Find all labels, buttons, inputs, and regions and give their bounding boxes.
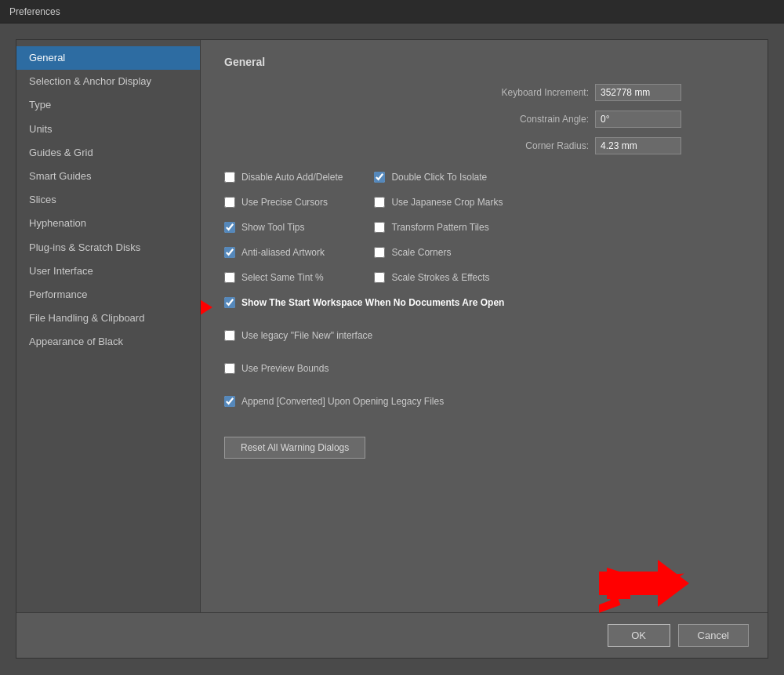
sidebar-item-hyphenation[interactable]: Hyphenation — [16, 212, 200, 235]
full-checkbox-input-1[interactable] — [224, 330, 235, 341]
full-checkbox-1[interactable]: Use legacy "File New" interface — [224, 327, 744, 344]
checkbox-left-0[interactable]: Disable Auto Add/Delete — [224, 169, 343, 186]
checkbox-right-input-2[interactable] — [374, 222, 385, 233]
checkbox-col-right: Double Click To IsolateUse Japanese Crop… — [374, 169, 503, 286]
panel-title: General — [224, 56, 744, 68]
cancel-button[interactable]: Cancel — [678, 624, 749, 647]
reset-all-warning-dialogs-button[interactable]: Reset All Warning Dialogs — [224, 437, 365, 459]
checkboxes-area: Disable Auto Add/DeleteUse Precise Curso… — [224, 169, 744, 286]
sidebar-item-type[interactable]: Type — [16, 93, 200, 117]
checkbox-right-0[interactable]: Double Click To Isolate — [374, 169, 503, 186]
corner-radius-row: Corner Radius: — [224, 137, 744, 154]
title-bar: Preferences — [0, 0, 784, 24]
sidebar-item-performance[interactable]: Performance — [16, 283, 200, 307]
sidebar-item-plug-ins---scratch-disks[interactable]: Plug-ins & Scratch Disks — [16, 236, 200, 259]
preferences-dialog: GeneralSelection & Anchor DisplayTypeUni… — [16, 39, 768, 659]
full-checkbox-input-3[interactable] — [224, 396, 235, 407]
arrow-left-indicator — [201, 288, 212, 327]
checkbox-right-4[interactable]: Scale Strokes & Effects — [374, 269, 503, 286]
checkbox-left-4[interactable]: Select Same Tint % — [224, 269, 343, 286]
sidebar-item-selection---anchor-display[interactable]: Selection & Anchor Display — [16, 70, 200, 93]
checkbox-left-input-0[interactable] — [224, 172, 235, 183]
checkbox-right-input-4[interactable] — [374, 272, 385, 283]
dialog-content: GeneralSelection & Anchor DisplayTypeUni… — [16, 40, 768, 612]
sidebar-item-general[interactable]: General — [16, 46, 200, 70]
sidebar-item-guides---grid[interactable]: Guides & Grid — [16, 141, 200, 165]
sidebar-item-units[interactable]: Units — [16, 118, 200, 141]
checkbox-right-3[interactable]: Scale Corners — [374, 244, 503, 261]
sidebar-item-file-handling---clipboard[interactable]: File Handling & Clipboard — [16, 307, 200, 330]
checkbox-left-input-2[interactable] — [224, 222, 235, 233]
checkbox-left-input-3[interactable] — [224, 247, 235, 258]
sidebar-item-appearance-of-black[interactable]: Appearance of Black — [16, 330, 200, 354]
sidebar-item-smart-guides[interactable]: Smart Guides — [16, 165, 200, 188]
full-checkbox-2[interactable]: Use Preview Bounds — [224, 360, 744, 377]
ok-button[interactable]: OK — [608, 624, 670, 647]
sidebar-item-user-interface[interactable]: User Interface — [16, 259, 200, 283]
full-checkbox-0[interactable]: Show The Start Workspace When No Documen… — [224, 294, 744, 311]
checkbox-left-1[interactable]: Use Precise Cursors — [224, 194, 343, 211]
dialog-footer: OK Cancel — [16, 612, 768, 658]
checkbox-left-input-4[interactable] — [224, 272, 235, 283]
title-bar-label: Preferences — [9, 6, 60, 17]
constrain-angle-row: Constrain Angle: — [224, 111, 744, 128]
corner-radius-label: Corner Radius: — [479, 140, 589, 151]
keyboard-increment-input[interactable] — [595, 84, 681, 101]
sidebar-item-slices[interactable]: Slices — [16, 188, 200, 212]
checkbox-right-input-0[interactable] — [374, 172, 385, 183]
checkbox-right-2[interactable]: Transform Pattern Tiles — [374, 219, 503, 236]
full-checkbox-3[interactable]: Append [Converted] Upon Opening Legacy F… — [224, 393, 744, 410]
checkbox-col-left: Disable Auto Add/DeleteUse Precise Curso… — [224, 169, 343, 286]
keyboard-increment-row: Keyboard Increment: — [224, 84, 744, 101]
checkbox-right-1[interactable]: Use Japanese Crop Marks — [374, 194, 503, 211]
sidebar: GeneralSelection & Anchor DisplayTypeUni… — [16, 40, 201, 612]
checkbox-left-2[interactable]: Show Tool Tips — [224, 219, 343, 236]
svg-marker-0 — [201, 288, 212, 327]
full-checkbox-input-2[interactable] — [224, 363, 235, 374]
keyboard-increment-label: Keyboard Increment: — [479, 87, 589, 98]
constrain-angle-label: Constrain Angle: — [479, 114, 589, 125]
constrain-angle-input[interactable] — [595, 111, 681, 128]
corner-radius-input[interactable] — [595, 137, 681, 154]
checkbox-left-3[interactable]: Anti-aliased Artwork — [224, 244, 343, 261]
reset-button-container: Reset All Warning Dialogs — [224, 418, 744, 459]
full-width-checks: Show The Start Workspace When No Documen… — [224, 294, 744, 418]
checkbox-right-input-1[interactable] — [374, 197, 385, 208]
checkbox-right-input-3[interactable] — [374, 247, 385, 258]
main-panel: General Keyboard Increment: Constrain An… — [201, 40, 768, 612]
checkbox-left-input-1[interactable] — [224, 197, 235, 208]
full-checkbox-input-0[interactable] — [224, 297, 235, 308]
